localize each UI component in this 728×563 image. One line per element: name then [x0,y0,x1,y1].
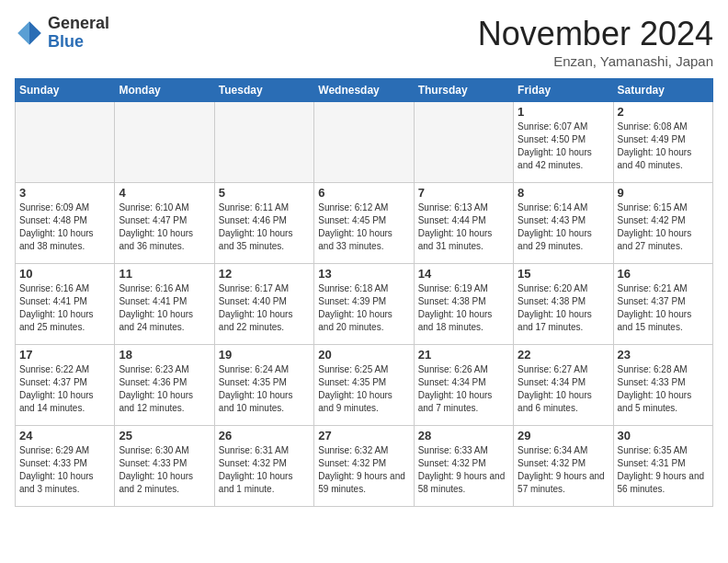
calendar-cell: 3Sunrise: 6:09 AM Sunset: 4:48 PM Daylig… [16,183,115,264]
day-number: 4 [119,186,210,200]
day-info: Sunrise: 6:24 AM Sunset: 4:35 PM Dayligh… [219,363,310,415]
day-number: 2 [618,105,709,119]
day-number: 26 [219,429,310,442]
day-header-wednesday: Wednesday [314,79,414,102]
day-info: Sunrise: 6:26 AM Sunset: 4:34 PM Dayligh… [418,363,509,415]
day-number: 7 [418,186,509,200]
day-info: Sunrise: 6:21 AM Sunset: 4:37 PM Dayligh… [618,282,709,334]
day-number: 1 [518,105,609,119]
calendar-cell: 30Sunrise: 6:35 AM Sunset: 4:31 PM Dayli… [613,426,712,507]
day-number: 29 [518,429,609,442]
day-info: Sunrise: 6:16 AM Sunset: 4:41 PM Dayligh… [19,282,110,334]
calendar-week-4: 17Sunrise: 6:22 AM Sunset: 4:37 PM Dayli… [16,345,713,426]
calendar-week-2: 3Sunrise: 6:09 AM Sunset: 4:48 PM Daylig… [16,183,713,264]
calendar-cell: 9Sunrise: 6:15 AM Sunset: 4:42 PM Daylig… [613,183,712,264]
calendar-cell: 14Sunrise: 6:19 AM Sunset: 4:38 PM Dayli… [414,264,513,345]
calendar-week-1: 1Sunrise: 6:07 AM Sunset: 4:50 PM Daylig… [16,102,713,183]
calendar-cell: 8Sunrise: 6:14 AM Sunset: 4:43 PM Daylig… [514,183,613,264]
logo-general: General [48,15,109,33]
day-info: Sunrise: 6:33 AM Sunset: 4:32 PM Dayligh… [418,444,509,496]
day-number: 22 [518,348,609,362]
day-number: 30 [618,429,709,442]
calendar-header-row: SundayMondayTuesdayWednesdayThursdayFrid… [16,79,713,102]
calendar-week-5: 24Sunrise: 6:29 AM Sunset: 4:33 PM Dayli… [16,426,713,507]
month-title: November 2024 [478,15,713,53]
day-number: 8 [518,186,609,200]
calendar-cell: 11Sunrise: 6:16 AM Sunset: 4:41 PM Dayli… [115,264,214,345]
day-number: 21 [418,348,509,362]
calendar-cell: 4Sunrise: 6:10 AM Sunset: 4:47 PM Daylig… [115,183,214,264]
day-info: Sunrise: 6:16 AM Sunset: 4:41 PM Dayligh… [119,282,210,334]
day-number: 19 [219,348,310,362]
day-number: 15 [518,267,609,281]
logo-icon [15,18,44,48]
day-number: 23 [618,348,709,362]
day-header-thursday: Thursday [414,79,513,102]
day-number: 27 [318,429,409,442]
day-header-monday: Monday [115,79,214,102]
calendar-cell: 25Sunrise: 6:30 AM Sunset: 4:33 PM Dayli… [115,426,214,507]
calendar-cell: 26Sunrise: 6:31 AM Sunset: 4:32 PM Dayli… [214,426,313,507]
calendar-cell: 12Sunrise: 6:17 AM Sunset: 4:40 PM Dayli… [214,264,313,345]
day-number: 14 [418,267,509,281]
day-info: Sunrise: 6:08 AM Sunset: 4:49 PM Dayligh… [618,121,709,172]
calendar-cell: 24Sunrise: 6:29 AM Sunset: 4:33 PM Dayli… [16,426,115,507]
day-number: 17 [19,348,110,362]
day-number: 10 [19,267,110,281]
calendar-cell: 13Sunrise: 6:18 AM Sunset: 4:39 PM Dayli… [314,264,414,345]
day-info: Sunrise: 6:23 AM Sunset: 4:36 PM Dayligh… [119,363,210,415]
day-info: Sunrise: 6:13 AM Sunset: 4:44 PM Dayligh… [418,201,509,253]
day-info: Sunrise: 6:07 AM Sunset: 4:50 PM Dayligh… [518,121,609,172]
calendar-cell [314,102,414,183]
calendar-cell: 17Sunrise: 6:22 AM Sunset: 4:37 PM Dayli… [16,345,115,426]
logo: General Blue [15,15,109,52]
calendar-cell: 22Sunrise: 6:27 AM Sunset: 4:34 PM Dayli… [514,345,613,426]
day-info: Sunrise: 6:12 AM Sunset: 4:45 PM Dayligh… [318,201,409,253]
day-info: Sunrise: 6:32 AM Sunset: 4:32 PM Dayligh… [318,444,409,496]
day-info: Sunrise: 6:09 AM Sunset: 4:48 PM Dayligh… [19,201,110,253]
day-number: 24 [19,429,110,442]
calendar-cell: 19Sunrise: 6:24 AM Sunset: 4:35 PM Dayli… [214,345,313,426]
day-info: Sunrise: 6:17 AM Sunset: 4:40 PM Dayligh… [219,282,310,334]
logo-text: General Blue [48,15,109,52]
day-header-sunday: Sunday [16,79,115,102]
calendar-cell: 2Sunrise: 6:08 AM Sunset: 4:49 PM Daylig… [613,102,712,183]
day-number: 28 [418,429,509,442]
calendar-table: SundayMondayTuesdayWednesdayThursdayFrid… [15,78,713,507]
day-number: 11 [119,267,210,281]
day-number: 16 [618,267,709,281]
day-info: Sunrise: 6:18 AM Sunset: 4:39 PM Dayligh… [318,282,409,334]
day-info: Sunrise: 6:19 AM Sunset: 4:38 PM Dayligh… [418,282,509,334]
day-number: 5 [219,186,310,200]
day-info: Sunrise: 6:30 AM Sunset: 4:33 PM Dayligh… [119,444,210,496]
calendar-cell: 16Sunrise: 6:21 AM Sunset: 4:37 PM Dayli… [613,264,712,345]
day-info: Sunrise: 6:27 AM Sunset: 4:34 PM Dayligh… [518,363,609,415]
calendar-cell: 21Sunrise: 6:26 AM Sunset: 4:34 PM Dayli… [414,345,513,426]
calendar-cell: 29Sunrise: 6:34 AM Sunset: 4:32 PM Dayli… [514,426,613,507]
calendar-cell: 15Sunrise: 6:20 AM Sunset: 4:38 PM Dayli… [514,264,613,345]
calendar-cell: 10Sunrise: 6:16 AM Sunset: 4:41 PM Dayli… [16,264,115,345]
day-header-friday: Friday [514,79,613,102]
day-info: Sunrise: 6:31 AM Sunset: 4:32 PM Dayligh… [219,444,310,496]
day-header-tuesday: Tuesday [214,79,313,102]
day-header-saturday: Saturday [613,79,712,102]
calendar-cell [16,102,115,183]
title-block: November 2024 Enzan, Yamanashi, Japan [478,15,713,69]
day-number: 20 [318,348,409,362]
day-info: Sunrise: 6:15 AM Sunset: 4:42 PM Dayligh… [618,201,709,253]
calendar-cell: 6Sunrise: 6:12 AM Sunset: 4:45 PM Daylig… [314,183,414,264]
calendar-cell [115,102,214,183]
day-number: 13 [318,267,409,281]
day-info: Sunrise: 6:22 AM Sunset: 4:37 PM Dayligh… [19,363,110,415]
svg-marker-0 [29,21,41,45]
day-number: 12 [219,267,310,281]
day-info: Sunrise: 6:20 AM Sunset: 4:38 PM Dayligh… [518,282,609,334]
day-info: Sunrise: 6:34 AM Sunset: 4:32 PM Dayligh… [518,444,609,496]
logo-blue: Blue [48,33,109,52]
calendar-cell [414,102,513,183]
day-number: 25 [119,429,210,442]
calendar-cell: 5Sunrise: 6:11 AM Sunset: 4:46 PM Daylig… [214,183,313,264]
page-header: General Blue November 2024 Enzan, Yamana… [15,15,713,69]
day-info: Sunrise: 6:14 AM Sunset: 4:43 PM Dayligh… [518,201,609,253]
day-info: Sunrise: 6:35 AM Sunset: 4:31 PM Dayligh… [618,444,709,496]
